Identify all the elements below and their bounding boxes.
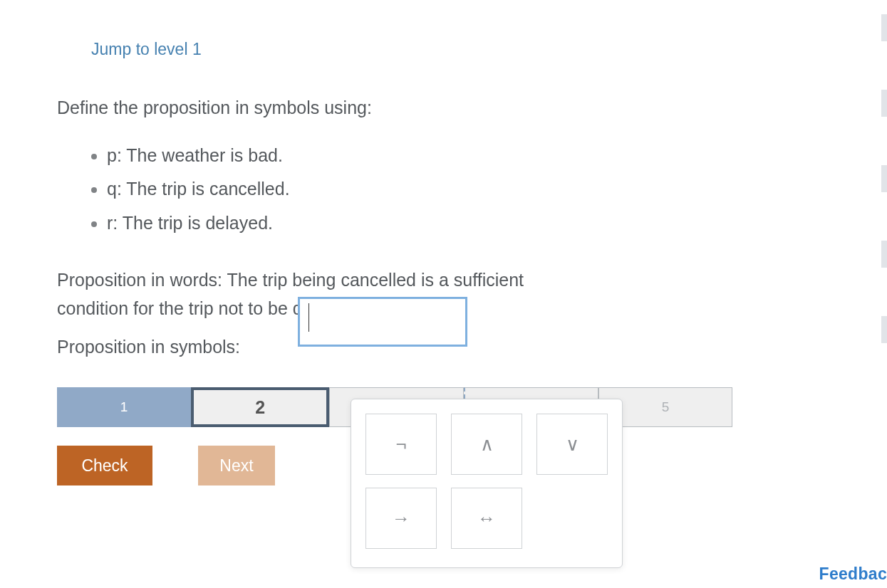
definition-p: p: The weather is bad.: [107, 139, 734, 173]
level-2[interactable]: 2: [191, 387, 329, 427]
edge-marker: [881, 90, 887, 117]
symbol-and[interactable]: ∧: [451, 414, 522, 475]
words-label: Proposition in words:: [57, 270, 227, 290]
definition-r: r: The trip is delayed.: [107, 206, 734, 241]
symbol-or[interactable]: ∨: [536, 414, 608, 475]
jump-to-level-link[interactable]: Jump to level 1: [91, 40, 734, 59]
feedback-link[interactable]: Feedbac: [819, 565, 887, 584]
page-root: Jump to level 1 Define the proposition i…: [0, 0, 887, 588]
symbol-implies[interactable]: →: [365, 488, 437, 549]
next-button[interactable]: Next: [198, 446, 275, 485]
symbol-palette: ¬ ∧ ∨ → ↔: [351, 399, 623, 568]
check-button[interactable]: Check: [57, 446, 152, 485]
symbols-input[interactable]: [298, 297, 467, 347]
text-caret: [308, 303, 309, 332]
edge-marker: [881, 14, 887, 41]
symbol-iff[interactable]: ↔: [451, 488, 522, 549]
level-1[interactable]: 1: [57, 387, 191, 427]
right-edge-markers: [881, 14, 887, 343]
symbols-label: Proposition in symbols:: [57, 337, 240, 357]
edge-marker: [881, 316, 887, 343]
definition-q: q: The trip is cancelled.: [107, 172, 734, 206]
symbol-not[interactable]: ¬: [365, 414, 437, 475]
symbols-row: Proposition in symbols:: [57, 337, 734, 357]
edge-marker: [881, 165, 887, 192]
prompt-text: Define the proposition in symbols using:: [57, 95, 734, 122]
edge-marker: [881, 241, 887, 268]
proposition-definitions: p: The weather is bad. q: The trip is ca…: [107, 139, 734, 241]
